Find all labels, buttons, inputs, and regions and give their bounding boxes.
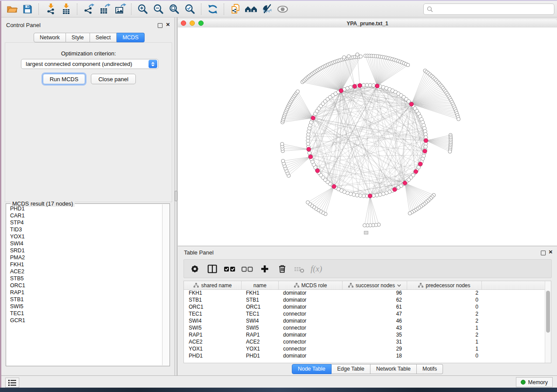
- network-node[interactable]: [359, 55, 363, 58]
- zoom-fit-button[interactable]: [166, 2, 182, 16]
- cell-predecessor-nodes[interactable]: 0: [407, 352, 482, 359]
- column-header-successor-nodes[interactable]: successor nodes: [343, 281, 407, 289]
- cell-name[interactable]: ORC1: [242, 303, 279, 310]
- mcds-result-item[interactable]: SRD1: [7, 247, 163, 254]
- cell-mcds-role[interactable]: dominator: [279, 303, 343, 310]
- cell-predecessor-nodes[interactable]: 0: [407, 303, 482, 310]
- tab-node-table[interactable]: Node Table: [292, 364, 332, 374]
- memory-button[interactable]: Memory: [516, 377, 553, 387]
- cell-successor-nodes[interactable]: 46: [343, 317, 407, 324]
- cell-successor-nodes[interactable]: 62: [343, 296, 407, 303]
- mcds-result-item[interactable]: TID3: [7, 226, 163, 233]
- cell-shared-name[interactable]: SWI5: [184, 324, 242, 331]
- export-network-button[interactable]: [81, 2, 97, 16]
- cell-successor-nodes[interactable]: 47: [343, 310, 407, 317]
- table-settings-button[interactable]: [188, 263, 201, 275]
- cell-mcds-role[interactable]: connector: [279, 345, 343, 352]
- task-history-button[interactable]: [5, 378, 19, 388]
- refresh-button[interactable]: [205, 2, 221, 16]
- open-file-button[interactable]: [4, 2, 20, 16]
- cell-shared-name[interactable]: FKH1: [184, 289, 242, 296]
- cell-shared-name[interactable]: ORC1: [184, 303, 242, 310]
- mcds-result-item[interactable]: SWI5: [7, 303, 163, 310]
- mcds-hub-node[interactable]: [368, 194, 372, 198]
- tab-motifs[interactable]: Motifs: [417, 364, 443, 374]
- mcds-hub-node[interactable]: [409, 102, 413, 106]
- close-panel-button-mcds[interactable]: Close panel: [91, 74, 136, 84]
- cell-successor-nodes[interactable]: 35: [343, 331, 407, 338]
- mcds-result-item[interactable]: FKH1: [7, 261, 163, 268]
- search-input[interactable]: [435, 6, 551, 13]
- save-session-button[interactable]: [20, 2, 35, 16]
- network-node[interactable]: [363, 224, 367, 227]
- canvas-splitter-handle[interactable]: [364, 231, 368, 234]
- mcds-result-item[interactable]: YOX1: [7, 233, 163, 240]
- mcds-result-item[interactable]: STB5: [7, 275, 163, 282]
- mcds-hub-node[interactable]: [423, 149, 427, 153]
- tab-edge-table[interactable]: Edge Table: [332, 364, 370, 374]
- cell-predecessor-nodes[interactable]: 2: [407, 289, 482, 296]
- cell-shared-name[interactable]: ACE2: [184, 338, 242, 345]
- export-image-button[interactable]: [112, 2, 128, 16]
- cell-shared-name[interactable]: PHD1: [184, 352, 242, 359]
- zoom-out-button[interactable]: [151, 2, 166, 16]
- import-network-button[interactable]: [42, 2, 58, 16]
- tab-select[interactable]: Select: [90, 33, 117, 42]
- mcds-hub-node[interactable]: [358, 83, 362, 87]
- mcds-result-item[interactable]: CAR1: [7, 212, 163, 219]
- unselect-all-button[interactable]: [241, 263, 254, 275]
- cell-successor-nodes[interactable]: 29: [343, 345, 407, 352]
- table-row[interactable]: PHD1PHD1dominator180: [184, 352, 545, 359]
- first-neighbors-button[interactable]: [243, 2, 259, 16]
- mcds-hub-node[interactable]: [332, 185, 336, 189]
- network-node[interactable]: [347, 55, 350, 58]
- close-panel-button[interactable]: ×: [166, 22, 170, 27]
- cell-predecessor-nodes[interactable]: 1: [407, 324, 482, 331]
- cell-predecessor-nodes[interactable]: 2: [407, 317, 482, 324]
- mcds-hub-node[interactable]: [424, 138, 428, 142]
- cell-successor-nodes[interactable]: 43: [343, 324, 407, 331]
- mcds-result-item[interactable]: ORC1: [7, 282, 163, 289]
- table-close-button[interactable]: ×: [549, 250, 553, 254]
- cell-name[interactable]: PHD1: [242, 352, 279, 359]
- cell-mcds-role[interactable]: dominator: [279, 352, 343, 359]
- mcds-result-item[interactable]: TEC1: [7, 310, 163, 317]
- function-builder-button[interactable]: f(x): [311, 264, 322, 274]
- table-row[interactable]: TEC1TEC1connector472: [184, 310, 545, 317]
- mcds-hub-node[interactable]: [308, 155, 312, 158]
- cell-mcds-role[interactable]: dominator: [279, 296, 343, 303]
- mcds-result-item[interactable]: RAP1: [7, 289, 163, 296]
- copy-view-button[interactable]: [228, 2, 243, 16]
- mcds-result-item[interactable]: PMA2: [7, 254, 163, 261]
- mcds-result-item[interactable]: STB1: [7, 296, 163, 303]
- table-float-button[interactable]: [541, 249, 546, 257]
- mcds-result-item[interactable]: PHD1: [7, 205, 163, 212]
- table-row[interactable]: FKH1FKH1dominator962: [184, 289, 545, 296]
- show-column-panel-button[interactable]: [206, 263, 219, 275]
- network-node[interactable]: [408, 212, 412, 215]
- network-node[interactable]: [406, 63, 410, 67]
- table-row[interactable]: SWI4SWI4dominator462: [184, 317, 545, 324]
- table-scrollbar-thumb[interactable]: [546, 291, 550, 333]
- mcds-hub-node[interactable]: [353, 84, 356, 88]
- cell-predecessor-nodes[interactable]: 1: [407, 338, 482, 345]
- cell-mcds-role[interactable]: connector: [279, 324, 343, 331]
- column-header-predecessor-nodes[interactable]: predecessor nodes: [407, 281, 482, 289]
- cell-mcds-role[interactable]: dominator: [279, 331, 343, 338]
- mcds-hub-node[interactable]: [393, 187, 397, 191]
- cell-successor-nodes[interactable]: 96: [343, 289, 407, 296]
- cell-name[interactable]: SWI5: [242, 324, 279, 331]
- mcds-hub-node[interactable]: [315, 168, 319, 172]
- table-row[interactable]: ACE2ACE2connector311: [184, 338, 545, 345]
- cell-mcds-role[interactable]: dominator: [279, 317, 343, 324]
- table-row[interactable]: RAP1RAP1dominator352: [184, 331, 545, 338]
- network-node[interactable]: [296, 90, 300, 93]
- cell-predecessor-nodes[interactable]: 1: [407, 345, 482, 352]
- cell-successor-nodes[interactable]: 31: [343, 338, 407, 345]
- cell-name[interactable]: RAP1: [242, 331, 279, 338]
- cell-name[interactable]: TEC1: [242, 310, 279, 317]
- column-header-MCDS-role[interactable]: MCDS role: [279, 281, 343, 289]
- mcds-hub-node[interactable]: [311, 116, 315, 120]
- cell-successor-nodes[interactable]: 18: [343, 352, 407, 359]
- mcds-hub-node[interactable]: [419, 162, 422, 166]
